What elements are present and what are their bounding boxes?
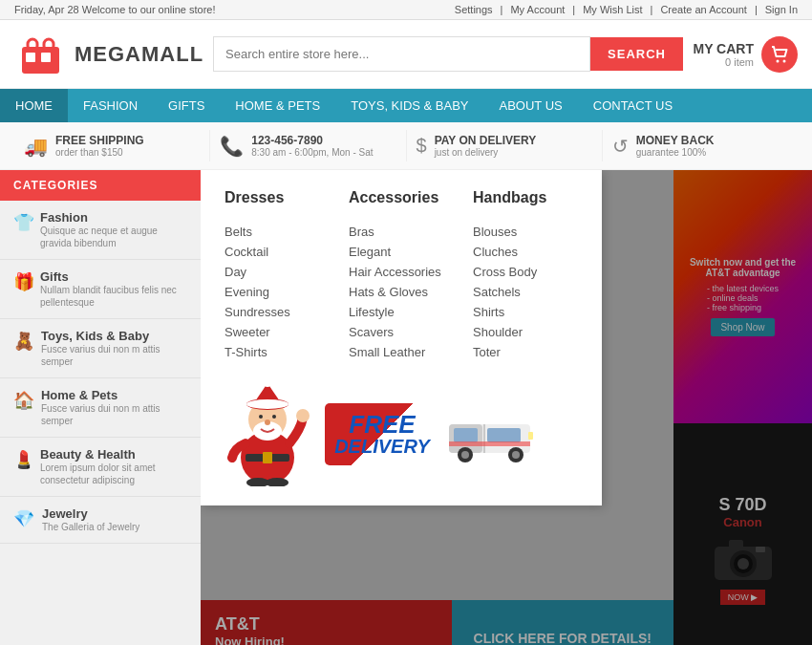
- dropdown-link[interactable]: Belts: [224, 222, 330, 242]
- info-item-2: $ PAY ON DELIVERY just on delivery: [407, 130, 603, 161]
- svg-point-17: [272, 415, 276, 419]
- svg-point-18: [265, 419, 270, 425]
- info-main-1: 123-456-7890: [251, 134, 373, 147]
- dropdown-link[interactable]: Sundresses: [224, 302, 330, 322]
- dropdown-col-title-1: Accessories: [349, 189, 454, 212]
- sidebar-item-home---pets[interactable]: 🏠 Home & Pets Fusce varius dui non m att…: [0, 378, 201, 438]
- sidebar-title-0: Fashion: [40, 210, 187, 225]
- sidebar-icon-3: 🏠: [13, 390, 33, 411]
- van-icon: [444, 405, 540, 462]
- dropdown-link[interactable]: Hair Accessories: [349, 262, 454, 282]
- cart-icon: [769, 44, 790, 65]
- main-content: CATEGORIES 👕 Fashion Quisque ac neque et…: [0, 170, 812, 645]
- cart-area[interactable]: MY CART 0 item: [693, 36, 798, 73]
- santa-illustration: [224, 381, 310, 486]
- dropdown-link[interactable]: Hats & Gloves: [349, 282, 454, 302]
- logo-text: MEGAMALL: [75, 42, 203, 67]
- nav-item-home---pets[interactable]: HOME & PETS: [220, 89, 335, 122]
- dropdown-link[interactable]: Day: [224, 262, 330, 282]
- dropdown-link[interactable]: Shoulder: [473, 322, 578, 342]
- santa-icon: [224, 381, 310, 486]
- sidebar-title-1: Gifts: [40, 269, 187, 284]
- svg-point-6: [783, 59, 786, 62]
- settings-link[interactable]: Settings: [455, 4, 493, 15]
- logo-area: MEGAMALL: [14, 28, 203, 80]
- sidebar-desc-3: Fusce varius dui non m attis semper: [41, 402, 187, 427]
- dropdown-col-title-2: Handbags: [473, 189, 578, 212]
- nav-item-contact-us[interactable]: CONTACT US: [578, 89, 688, 122]
- info-main-2: PAY ON DELIVERY: [435, 134, 537, 147]
- sidebar-icon-1: 🎁: [13, 271, 32, 292]
- svg-point-14: [246, 399, 288, 409]
- svg-rect-25: [487, 428, 521, 442]
- sidebar: CATEGORIES 👕 Fashion Quisque ac neque et…: [0, 170, 201, 645]
- dropdown-link[interactable]: Shirts: [473, 302, 578, 322]
- sidebar-desc-5: The Galleria of Jewelry: [42, 521, 139, 533]
- nav-item-toys--kids---baby[interactable]: TOYS, KIDS & BABY: [335, 89, 483, 122]
- my-account-link[interactable]: My Account: [510, 4, 565, 15]
- info-sub-3: guarantee 100%: [636, 147, 715, 158]
- top-bar-right: Settings | My Account | My Wish List | C…: [455, 4, 798, 15]
- dropdown-col-0: DressesBeltsCocktailDayEveningSundresses…: [224, 189, 330, 362]
- dropdown-link[interactable]: Bras: [349, 222, 454, 242]
- sidebar-desc-2: Fusce varius dui non m attis semper: [41, 343, 187, 368]
- sidebar-item-jewelry[interactable]: 💎 Jewelry The Galleria of Jewelry: [0, 497, 201, 544]
- dropdown-link[interactable]: Cross Body: [473, 262, 578, 282]
- dropdown-link[interactable]: Cluches: [473, 242, 578, 262]
- dropdown-link[interactable]: T-Shirts: [224, 342, 330, 362]
- sidebar-items: 👕 Fashion Quisque ac neque et augue grav…: [0, 201, 201, 544]
- wish-list-link[interactable]: My Wish List: [583, 4, 642, 15]
- cart-icon-box[interactable]: [761, 36, 798, 73]
- header: MEGAMALL SEARCH MY CART 0 item: [0, 20, 812, 89]
- nav-item-gifts[interactable]: GIFTS: [153, 89, 220, 122]
- dropdown-link[interactable]: Evening: [224, 282, 330, 302]
- dropdown-link[interactable]: Lifestyle: [349, 302, 454, 322]
- top-bar-greeting: Friday, Apr 28 Welcome to our online sto…: [14, 4, 216, 15]
- logo-icon: [14, 28, 67, 80]
- delivery-van: [444, 405, 540, 462]
- sidebar-icon-2: 🧸: [13, 331, 33, 352]
- search-input[interactable]: [213, 36, 590, 72]
- dropdown-link[interactable]: Scavers: [349, 322, 454, 342]
- create-account-link[interactable]: Create an Account: [660, 4, 747, 15]
- svg-rect-9: [263, 452, 272, 463]
- nav-item-home[interactable]: HOME: [0, 89, 68, 122]
- info-icon-1: 📞: [220, 135, 244, 158]
- dropdown-link[interactable]: Elegant: [349, 242, 454, 262]
- search-area: SEARCH: [213, 36, 683, 72]
- dropdown-bottom: FREE DELIVERY: [224, 372, 578, 486]
- info-sub-2: just on delivery: [435, 147, 537, 158]
- nav-item-about-us[interactable]: ABOUT US: [484, 89, 578, 122]
- info-icon-3: ↺: [612, 135, 629, 158]
- sidebar-desc-0: Quisque ac neque et augue gravida bibend…: [40, 225, 187, 249]
- dropdown-link[interactable]: Small Leather: [349, 342, 454, 362]
- svg-point-16: [259, 415, 263, 419]
- info-item-0: 🚚 FREE SHIPPING order than $150: [14, 130, 210, 161]
- sidebar-item-gifts[interactable]: 🎁 Gifts Nullam blandit faucibus felis ne…: [0, 260, 201, 319]
- info-sub-1: 8:30 am - 6:00pm, Mon - Sat: [251, 147, 373, 158]
- sidebar-item-fashion[interactable]: 👕 Fashion Quisque ac neque et augue grav…: [0, 201, 201, 260]
- svg-rect-31: [449, 441, 530, 446]
- sidebar-desc-4: Lorem ipsum dolor sit amet consectetur a…: [40, 462, 187, 486]
- sign-in-link[interactable]: Sign In: [765, 4, 798, 15]
- nav-item-fashion[interactable]: FASHION: [68, 89, 153, 122]
- info-bar: 🚚 FREE SHIPPING order than $150📞 123-456…: [0, 122, 812, 170]
- search-button[interactable]: SEARCH: [590, 37, 683, 71]
- top-bar: Friday, Apr 28 Welcome to our online sto…: [0, 0, 812, 20]
- svg-point-5: [777, 59, 780, 62]
- sidebar-title-5: Jewelry: [42, 506, 139, 521]
- svg-point-27: [461, 451, 469, 459]
- dropdown-link[interactable]: Satchels: [473, 282, 578, 302]
- dropdown-col-title-0: Dresses: [224, 189, 330, 212]
- dropdown-link[interactable]: Cocktail: [224, 242, 330, 262]
- dropdown-link[interactable]: Blouses: [473, 222, 578, 242]
- dropdown-link[interactable]: Sweeter: [224, 322, 330, 342]
- delivery-text: DELIVERY: [334, 437, 430, 456]
- sidebar-item-beauty---health[interactable]: 💄 Beauty & Health Lorem ipsum dolor sit …: [0, 438, 201, 497]
- dropdown-link[interactable]: Toter: [473, 342, 578, 362]
- free-delivery-sign: FREE DELIVERY: [325, 403, 439, 465]
- svg-point-13: [264, 381, 271, 387]
- sidebar-item-toys--kids---baby[interactable]: 🧸 Toys, Kids & Baby Fusce varius dui non…: [0, 319, 201, 378]
- sidebar-desc-1: Nullam blandit faucibus felis nec pellen…: [40, 284, 187, 309]
- cart-text: MY CART 0 item: [693, 41, 754, 68]
